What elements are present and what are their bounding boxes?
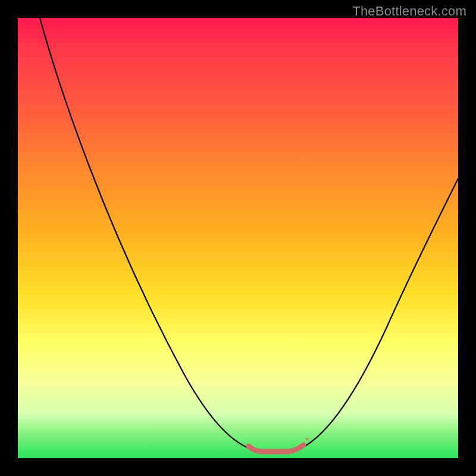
chart-frame: TheBottleneck.com — [0, 0, 476, 476]
trough-marker — [249, 438, 308, 452]
svg-point-0 — [306, 438, 309, 441]
plot-area — [18, 18, 458, 458]
attribution-label: TheBottleneck.com — [352, 4, 466, 19]
bottleneck-curve — [40, 18, 458, 451]
bottleneck-curve-svg — [18, 18, 458, 458]
